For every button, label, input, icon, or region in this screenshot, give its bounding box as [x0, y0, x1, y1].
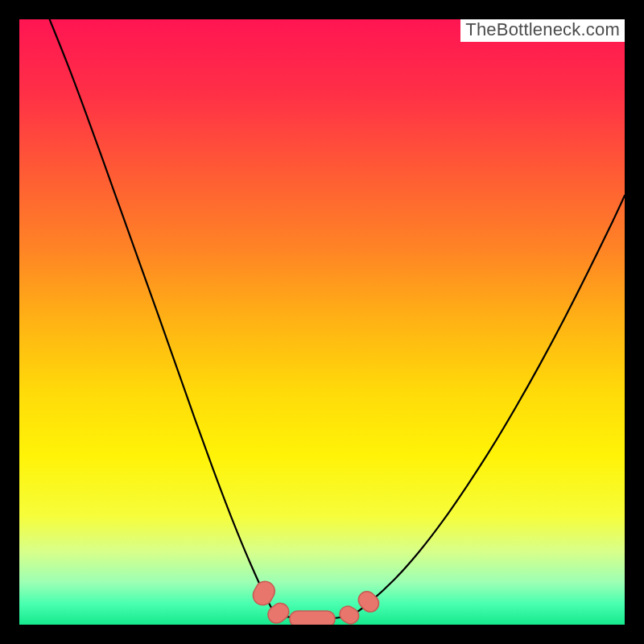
chart-frame: TheBottleneck.com: [0, 0, 644, 644]
gradient-background: [19, 19, 625, 625]
valley-marker: [290, 611, 335, 625]
watermark-label: TheBottleneck.com: [460, 19, 625, 42]
plot-area: [19, 19, 625, 625]
chart-svg: [19, 19, 625, 625]
